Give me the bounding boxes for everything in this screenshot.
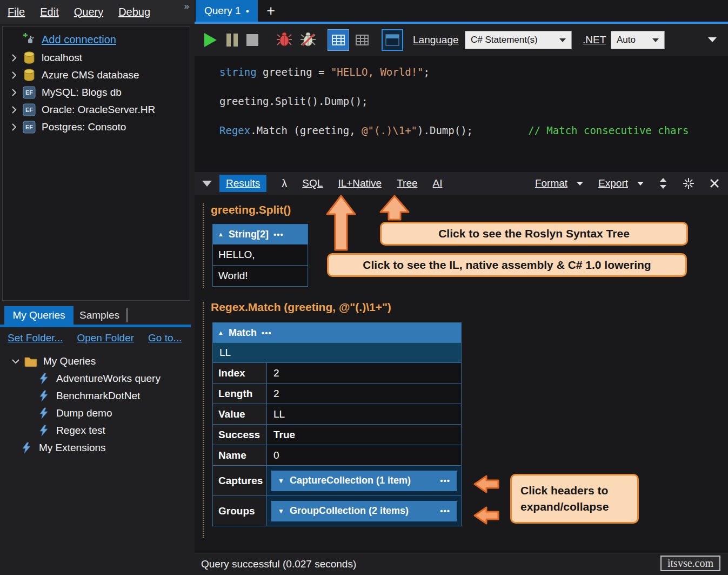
connection-postgres-consoto[interactable]: EF Postgres: Consoto xyxy=(3,118,190,136)
tree-item-benchmarkdotnet[interactable]: BenchmarkDotNet xyxy=(0,387,195,405)
nested-cell: ▼ CaptureCollection (1 item) ••• xyxy=(267,466,461,495)
tree-item-adventureworks-query[interactable]: AdventureWorks query xyxy=(0,370,195,387)
ellipsis-menu-icon[interactable]: ••• xyxy=(262,328,272,338)
status-message: Query successful (0.027 seconds) xyxy=(201,558,356,570)
annotation-arrow-up-tree xyxy=(379,195,410,223)
ellipsis-menu-icon[interactable]: ••• xyxy=(273,230,284,239)
tree-item-my-queries-folder[interactable]: My Queries xyxy=(0,353,195,370)
connection-localhost[interactable]: localhost xyxy=(3,49,190,67)
group-collection-label: GroupCollection (2 items) xyxy=(290,505,409,517)
collapse-gutter-line[interactable] xyxy=(203,302,204,538)
collapse-results-chevron-icon[interactable] xyxy=(202,181,212,187)
prop-name-cell: Length xyxy=(213,384,267,404)
code-token: string xyxy=(219,66,263,78)
chevron-right-icon[interactable] xyxy=(8,106,20,114)
chevron-right-icon[interactable] xyxy=(8,123,20,131)
menu-query[interactable]: Query xyxy=(66,6,111,18)
results-pane: greeting.Split() ▲ String[2] ••• HELLO, … xyxy=(195,195,728,553)
starburst-icon[interactable] xyxy=(683,177,694,189)
tab-ai[interactable]: AI xyxy=(433,177,443,189)
code-token: "HELLO, World!" xyxy=(331,66,424,78)
menu-overflow-icon[interactable]: » xyxy=(184,0,189,12)
query-tab-bar: Query 1 ● + xyxy=(195,0,728,22)
connection-oracle-hr[interactable]: EF Oracle: OracleServer.HR xyxy=(3,101,190,118)
export-label: Export xyxy=(598,177,628,189)
data-grid-results-toggle[interactable] xyxy=(351,29,373,51)
tab-tree[interactable]: Tree xyxy=(397,177,417,189)
dotnet-version-select[interactable]: Auto xyxy=(611,31,665,49)
results-tab-strip: Results λ SQL IL+Native Tree AI Format E… xyxy=(195,172,728,195)
database-icon xyxy=(22,69,36,82)
table-row-groups: Groups ▼ GroupCollection (2 items) ••• xyxy=(213,495,461,526)
status-bar: Query successful (0.027 seconds) xyxy=(195,553,728,575)
match-table-header[interactable]: ▲ Match ••• xyxy=(213,323,461,342)
menu-debug[interactable]: Debug xyxy=(111,6,158,18)
tree-item-label: Regex test xyxy=(56,425,105,437)
string-table-header[interactable]: ▲ String[2] ••• xyxy=(213,224,308,244)
export-menu-button[interactable]: Export xyxy=(598,177,644,189)
run-button[interactable] xyxy=(202,31,218,49)
break-on-exception-bug-icon[interactable] xyxy=(299,31,317,48)
language-select[interactable]: C# Statement(s) xyxy=(465,31,572,49)
pause-button[interactable] xyxy=(225,33,239,47)
debug-bug-icon[interactable] xyxy=(276,31,293,48)
svg-text:EF: EF xyxy=(25,107,33,113)
tab-il-native[interactable]: IL+Native xyxy=(338,177,382,189)
code-editor[interactable]: string greeting = "HELLO, World!"; greet… xyxy=(195,56,728,172)
set-folder-link[interactable]: Set Folder... xyxy=(8,332,63,344)
connection-label: Postgres: Consoto xyxy=(42,121,126,133)
pane-splitter-handle[interactable] xyxy=(126,308,128,322)
callout-text: Click to see the Roslyn Syntax Tree xyxy=(438,227,630,240)
language-select-value: C# Statement(s) xyxy=(471,35,554,45)
toolbar-overflow-chevron[interactable] xyxy=(708,37,717,42)
tree-item-my-extensions[interactable]: My Extensions xyxy=(0,439,195,457)
match-table-title: Match xyxy=(229,327,257,339)
chevron-right-icon[interactable] xyxy=(8,89,20,96)
connection-mysql-blogs[interactable]: EF MySQL: Blogs db xyxy=(3,84,190,101)
tab-my-queries[interactable]: My Queries xyxy=(4,306,74,325)
collapse-gutter-line[interactable] xyxy=(203,203,204,288)
tab-results[interactable]: Results xyxy=(219,175,266,192)
menu-edit[interactable]: Edit xyxy=(32,6,66,18)
table-row: HELLO, xyxy=(213,244,308,265)
results-strip-controls: Format Export xyxy=(535,177,719,189)
chevron-down-icon[interactable] xyxy=(10,359,22,364)
tab-sql[interactable]: SQL xyxy=(302,177,323,189)
callout-text: Click headers to expand/collapse xyxy=(520,483,629,515)
table-row: Success True xyxy=(213,424,461,445)
stop-button[interactable] xyxy=(246,34,258,46)
new-tab-button[interactable]: + xyxy=(258,0,284,22)
ellipsis-menu-icon[interactable]: ••• xyxy=(440,506,450,515)
connection-azure-cms[interactable]: Azure CMS database xyxy=(3,67,190,84)
add-connection-row[interactable]: Add connection xyxy=(3,30,190,49)
tab-query-1[interactable]: Query 1 ● xyxy=(196,0,258,22)
menu-file[interactable]: File xyxy=(0,6,32,18)
results-panel-layout-toggle[interactable] xyxy=(382,29,403,51)
format-label: Format xyxy=(535,177,567,189)
prop-name-cell: Success xyxy=(213,425,267,445)
close-results-icon[interactable] xyxy=(710,179,719,188)
prop-name-cell: Groups xyxy=(213,496,267,526)
tree-item-label: My Extensions xyxy=(39,442,106,454)
format-menu-button[interactable]: Format xyxy=(535,177,583,189)
group-collection-expander[interactable]: ▼ GroupCollection (2 items) ••• xyxy=(271,501,457,521)
go-to-link[interactable]: Go to... xyxy=(148,332,182,344)
table-row: Name 0 xyxy=(213,445,461,465)
tree-item-dump-demo[interactable]: Dump demo xyxy=(0,405,195,422)
annotation-arrow-left-groups xyxy=(473,506,499,527)
callout-roslyn-tree: Click to see the Roslyn Syntax Tree xyxy=(380,222,688,246)
tab-samples[interactable]: Samples xyxy=(74,306,125,325)
tab-lambda[interactable]: λ xyxy=(282,177,287,190)
connection-label: localhost xyxy=(42,52,82,64)
expand-collapse-all-icon[interactable] xyxy=(659,177,667,189)
nested-cell: ▼ GroupCollection (2 items) ••• xyxy=(267,496,461,526)
code-token: = xyxy=(318,66,331,78)
tree-item-regex-test[interactable]: Regex test xyxy=(0,422,195,439)
chevron-right-icon[interactable] xyxy=(8,71,20,79)
rich-text-results-toggle[interactable] xyxy=(328,29,349,51)
capture-collection-expander[interactable]: ▼ CaptureCollection (1 item) ••• xyxy=(271,471,457,491)
annotation-arrow-up-il-native xyxy=(325,195,357,253)
chevron-right-icon[interactable] xyxy=(8,54,20,62)
ellipsis-menu-icon[interactable]: ••• xyxy=(440,476,450,485)
open-folder-link[interactable]: Open Folder xyxy=(77,332,134,344)
